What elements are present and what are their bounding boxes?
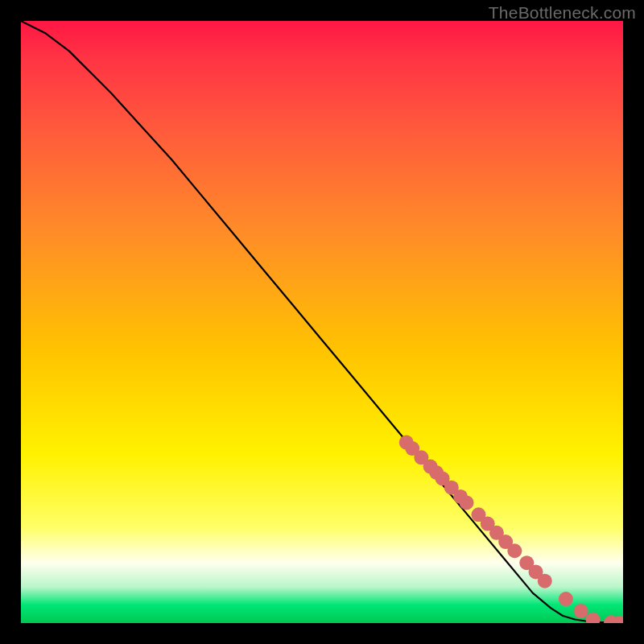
plot-area	[21, 21, 623, 623]
curve-line	[21, 21, 623, 623]
data-point	[538, 574, 552, 588]
data-point	[574, 604, 588, 618]
data-point	[586, 613, 601, 623]
data-point	[559, 592, 573, 606]
curve-path	[21, 21, 623, 623]
attribution-text: TheBottleneck.com	[489, 3, 636, 23]
chart-svg	[21, 21, 623, 623]
data-point	[460, 495, 474, 510]
data-point	[507, 543, 522, 558]
scatter-dots	[399, 436, 623, 623]
